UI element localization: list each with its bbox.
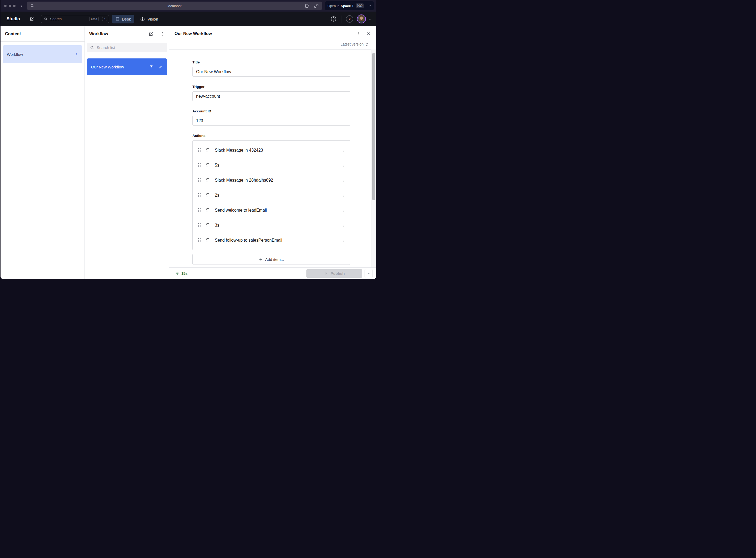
add-item-button[interactable]: Add item... <box>193 254 350 265</box>
version-label: Latest version <box>341 42 363 46</box>
chevron-right-icon <box>75 52 78 56</box>
user-avatar[interactable] <box>357 15 366 23</box>
document-editor-pane: Our New Workflow Latest version Title <box>169 26 376 279</box>
kebab-menu-icon[interactable] <box>342 193 346 197</box>
list-search-box[interactable] <box>87 43 167 52</box>
action-item[interactable]: Slack Message in 28hdaihs892 <box>193 173 350 188</box>
action-item[interactable]: 3s <box>193 218 350 233</box>
edit-status-icon <box>158 65 163 69</box>
close-window-icon[interactable] <box>4 5 6 7</box>
kebab-menu-icon[interactable] <box>342 223 346 227</box>
chevron-down-icon[interactable] <box>368 4 372 7</box>
account-id-field[interactable] <box>193 116 350 126</box>
action-item-label: Send welcome to leadEmail <box>215 208 267 213</box>
publish-label: Publish <box>330 271 345 276</box>
drag-handle-icon[interactable] <box>198 208 201 212</box>
kebab-menu-icon[interactable] <box>342 178 346 182</box>
document-icon <box>205 223 210 228</box>
compose-icon[interactable] <box>148 32 153 36</box>
help-icon[interactable] <box>330 16 337 22</box>
compose-icon <box>29 17 34 21</box>
field-label-title: Title <box>193 60 350 64</box>
kebab-menu-icon[interactable] <box>160 32 165 36</box>
trigger-field[interactable] <box>193 91 350 101</box>
kebab-menu-icon[interactable] <box>342 148 346 152</box>
version-selector[interactable]: Latest version <box>175 39 371 49</box>
document-icon <box>205 148 210 153</box>
url-text: localhost <box>168 4 181 8</box>
address-bar[interactable]: localhost <box>27 2 322 10</box>
tab-desk[interactable]: Desk <box>112 15 134 23</box>
minimize-window-icon[interactable] <box>9 5 11 7</box>
traffic-lights[interactable] <box>4 5 16 7</box>
content-pane-header: Content <box>1 26 84 42</box>
presence-badge[interactable]: 0 <box>346 15 353 23</box>
kebab-menu-icon[interactable] <box>357 32 361 36</box>
sidebar-item-workflow[interactable]: Workflow <box>3 45 82 63</box>
new-document-button[interactable] <box>29 17 34 21</box>
drag-handle-icon[interactable] <box>198 238 201 242</box>
divider <box>366 3 366 8</box>
search-icon <box>30 4 34 8</box>
plus-icon <box>259 257 263 261</box>
desk-icon <box>115 17 120 21</box>
drag-handle-icon[interactable] <box>198 193 201 197</box>
drag-handle-icon[interactable] <box>198 178 201 182</box>
drag-handle-icon[interactable] <box>198 163 201 167</box>
tab-vision[interactable]: Vision <box>138 15 160 23</box>
pane-item-label: Workflow <box>7 52 23 57</box>
kebab-menu-icon[interactable] <box>342 163 346 167</box>
document-title: Our New Workflow <box>175 31 212 36</box>
kebab-menu-icon[interactable] <box>342 238 346 242</box>
global-search-input[interactable]: Search Cmd K <box>41 15 109 23</box>
action-item[interactable]: 5s <box>193 158 350 173</box>
tab-desk-label: Desk <box>122 17 131 21</box>
browser-window: localhost Open in Space 1 ⌘O Studio Sear… <box>1 0 376 279</box>
space-name: Space 1 <box>341 4 354 8</box>
scrollbar-thumb[interactable] <box>372 53 375 200</box>
search-icon <box>44 17 48 21</box>
list-search-input[interactable] <box>97 45 164 50</box>
zoom-window-icon[interactable] <box>13 5 16 7</box>
publish-button[interactable]: Publish <box>306 269 362 278</box>
editor-footer: 15s Publish <box>169 268 376 279</box>
action-item-label: Send follow-up to salesPersonEmail <box>215 238 282 243</box>
avatar-photo <box>357 15 366 23</box>
eye-icon <box>140 17 145 22</box>
document-icon <box>205 208 210 213</box>
divider <box>341 16 342 23</box>
document-icon <box>205 178 210 183</box>
drag-handle-icon[interactable] <box>198 148 201 152</box>
close-icon[interactable] <box>366 31 371 36</box>
link-icon[interactable] <box>314 3 319 8</box>
search-placeholder: Search <box>50 17 87 21</box>
studio-logo[interactable]: Studio <box>6 17 20 21</box>
document-icon <box>205 193 210 198</box>
open-in-label: Open in <box>327 4 339 8</box>
action-item[interactable]: Slack Message in 432423 <box>193 143 350 158</box>
user-menu-caret[interactable] <box>368 17 372 21</box>
action-item[interactable]: Send follow-up to salesPersonEmail <box>193 233 350 248</box>
studio-navbar: Studio Search Cmd K Desk Vision 0 <box>1 11 376 26</box>
sort-chevrons-icon <box>366 42 368 46</box>
action-item-label: 3s <box>215 223 219 228</box>
list-item-our-new-workflow[interactable]: Our New Workflow <box>87 58 167 75</box>
title-field[interactable] <box>193 67 350 77</box>
action-item[interactable]: 2s <box>193 188 350 203</box>
editor-scrollbar[interactable] <box>371 49 376 268</box>
action-item[interactable]: Send welcome to leadEmail <box>193 203 350 218</box>
action-item-label: 5s <box>215 163 219 168</box>
list-search-section <box>85 42 169 56</box>
publish-arrow-icon <box>324 271 328 275</box>
reader-mode-icon[interactable] <box>304 3 309 8</box>
drag-handle-icon[interactable] <box>198 223 201 227</box>
browser-back-button[interactable] <box>20 4 23 8</box>
document-icon <box>205 163 210 168</box>
add-item-label: Add item... <box>265 257 284 262</box>
publish-status-icon <box>149 65 153 69</box>
publish-menu-button[interactable] <box>364 269 373 278</box>
kebab-menu-icon[interactable] <box>342 208 346 212</box>
review-changes-button[interactable]: 15s <box>175 271 187 276</box>
open-in-space-button[interactable]: Open in Space 1 ⌘O <box>325 1 374 10</box>
chevron-down-icon <box>368 17 372 21</box>
